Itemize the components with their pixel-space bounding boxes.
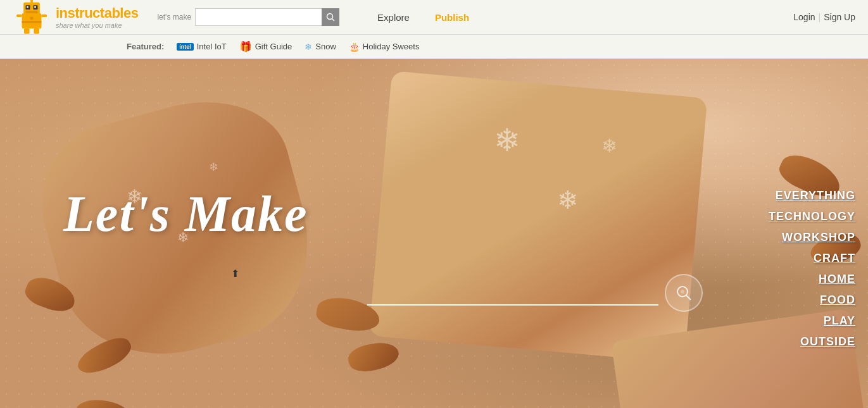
search-icon	[326, 13, 335, 22]
category-everything[interactable]: EVERYTHING	[763, 185, 868, 206]
svg-rect-5	[34, 6, 36, 8]
featured-snow-label: Snow	[315, 42, 336, 51]
snowflake-decoration-6: ❄	[601, 135, 617, 157]
featured-bar: Featured: intel Intel IoT 🎁 Gift Guide ❄…	[0, 35, 868, 59]
main-nav: Explore Publish	[365, 12, 482, 23]
search-input[interactable]	[195, 8, 322, 26]
cake-icon: 🎂	[349, 42, 360, 52]
gift-icon: 🎁	[239, 40, 252, 53]
login-link[interactable]: Login	[793, 12, 815, 22]
svg-rect-13	[22, 21, 42, 23]
featured-label: Featured:	[127, 42, 164, 51]
svg-rect-4	[27, 6, 28, 8]
snow-icon: ❄	[305, 42, 312, 52]
hero-search-icon	[675, 284, 693, 302]
featured-intel-iot[interactable]: intel Intel IoT	[177, 42, 226, 51]
svg-rect-12	[34, 28, 39, 34]
category-play[interactable]: PLAY	[811, 311, 868, 331]
header-search: let's make	[157, 8, 339, 26]
svg-rect-6	[26, 11, 38, 13]
svg-point-14	[30, 16, 33, 20]
featured-sweets-label: Holiday Sweets	[363, 42, 420, 51]
hero-search-area	[367, 274, 703, 312]
category-craft[interactable]: CRAFT	[801, 248, 868, 269]
category-workshop[interactable]: WORKSHOP	[769, 227, 868, 248]
hero-section: ❄ ❄ ❄ ❄ ❄ ❄ Let's Make ⬆ EVERYTHING TECH…	[0, 59, 868, 408]
category-technology[interactable]: TECHNOLOGY	[756, 206, 868, 227]
svg-point-15	[327, 14, 333, 20]
site-tagline: share what you make	[56, 22, 138, 29]
search-button[interactable]	[322, 8, 339, 26]
intel-icon: intel	[177, 43, 194, 51]
explore-link[interactable]: Explore	[365, 12, 422, 23]
auth-divider: |	[819, 12, 821, 22]
snowflake-decoration-3: ❄	[209, 160, 218, 174]
svg-point-8	[30, 0, 33, 1]
svg-rect-10	[41, 15, 47, 17]
logo-link[interactable]: instructables share what you make	[13, 0, 138, 36]
snowflake-decoration-5: ❄	[557, 185, 579, 214]
publish-link[interactable]: Publish	[422, 12, 482, 23]
search-label: let's make	[157, 13, 191, 22]
hero-tagline: Let's Make	[63, 185, 308, 243]
svg-line-18	[686, 295, 691, 300]
category-food[interactable]: FOOD	[807, 290, 868, 311]
category-nav: EVERYTHING TECHNOLOGY WORKSHOP CRAFT HOM…	[756, 185, 868, 352]
logo-robot-icon	[13, 0, 51, 36]
featured-gift-guide[interactable]: 🎁 Gift Guide	[239, 40, 292, 53]
site-title: instructables	[56, 5, 138, 22]
auth-area: Login | Sign Up	[793, 12, 855, 22]
svg-rect-11	[24, 28, 30, 34]
signup-link[interactable]: Sign Up	[824, 12, 855, 22]
featured-gift-label: Gift Guide	[255, 42, 292, 51]
hero-search-button[interactable]	[665, 274, 703, 312]
category-outside[interactable]: OUTSIDE	[788, 331, 868, 352]
cookie-decoration-2	[369, 71, 708, 363]
category-home[interactable]: HOME	[806, 269, 868, 290]
logo-text: instructables share what you make	[56, 5, 138, 29]
hero-search-input[interactable]	[367, 280, 658, 306]
featured-holiday-sweets[interactable]: 🎂 Holiday Sweets	[349, 42, 420, 52]
featured-snow[interactable]: ❄ Snow	[305, 42, 336, 52]
svg-line-16	[332, 19, 335, 22]
svg-point-19	[681, 290, 684, 294]
snowflake-decoration-4: ❄	[494, 122, 520, 159]
svg-rect-9	[16, 15, 22, 17]
site-header: instructables share what you make let's …	[0, 0, 868, 35]
featured-intel-label: Intel IoT	[197, 42, 227, 51]
